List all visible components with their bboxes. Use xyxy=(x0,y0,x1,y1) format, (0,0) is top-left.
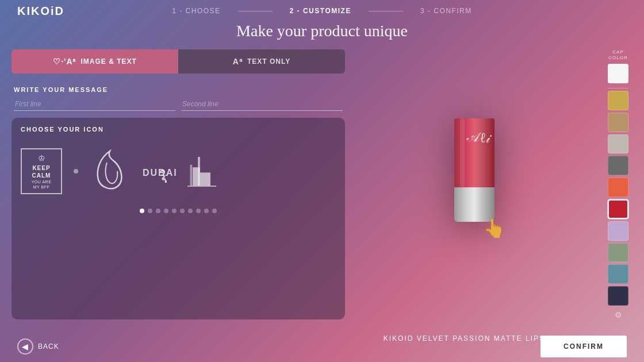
inputs-row xyxy=(14,98,343,111)
carousel-dots xyxy=(21,209,336,213)
header: KIKOiD 1 - CHOOSE 2 - CUSTOMIZE 3 - CONF… xyxy=(0,0,644,22)
main-title: Make your product unique xyxy=(0,22,644,40)
dot-4[interactable] xyxy=(164,209,168,213)
step-divider-1 xyxy=(238,11,273,11)
step-divider-2 xyxy=(369,11,403,11)
icon-section: CHOOSE YOUR ICON ♔ KEEPCALM YOU AREMY BF… xyxy=(12,118,345,319)
cap-color-label: CAPCOLOR xyxy=(608,49,627,60)
icon-grid: ♔ KEEPCALM YOU AREMY BFF xyxy=(21,140,336,203)
icon-section-label: CHOOSE YOUR ICON xyxy=(21,126,336,133)
content-area: ♡·'Aᵃ IMAGE & TEXT Aᵃ TEXT ONLY WRITE YO… xyxy=(0,49,644,319)
icon-arabic-1[interactable] xyxy=(90,145,130,197)
dot-5[interactable] xyxy=(172,209,177,213)
swatch-divider-1 xyxy=(608,88,628,88)
left-panel: ♡·'Aᵃ IMAGE & TEXT Aᵃ TEXT ONLY WRITE YO… xyxy=(12,49,345,319)
swatch-red[interactable] xyxy=(608,199,628,219)
keep-calm-sub: YOU AREMY BFF xyxy=(26,179,56,190)
step-customize[interactable]: 2 - CUSTOMIZE xyxy=(290,7,351,15)
middle-panel: 𝒜ℓ𝒾 👆 KIKOiD VELVET PASSION MATTE LIPSTI… xyxy=(356,49,592,319)
dot-8[interactable] xyxy=(196,209,201,213)
swatch-dark-navy[interactable] xyxy=(608,286,628,306)
dot-2[interactable] xyxy=(148,209,152,213)
text-icon: Aᵃ xyxy=(233,57,243,66)
icon-dubai-text[interactable]: ﺩﺑﻲ DUBAI xyxy=(141,160,176,183)
lipstick-cap: 𝒜ℓ𝒾 xyxy=(454,118,494,187)
settings-icon[interactable]: ⚙ xyxy=(615,310,622,319)
swatch-dark-gray[interactable] xyxy=(608,156,628,175)
tab-text-only[interactable]: Aᵃ TEXT ONLY xyxy=(178,49,345,74)
arabic-script-svg-1 xyxy=(90,145,130,197)
dot-1[interactable] xyxy=(140,209,144,213)
swatch-coral[interactable] xyxy=(608,178,628,197)
swatch-tan[interactable] xyxy=(608,113,628,132)
dot-9[interactable] xyxy=(204,209,209,213)
message-section: WRITE YOUR MESSAGE xyxy=(12,80,345,111)
lipstick-body xyxy=(454,187,494,222)
dot-3[interactable] xyxy=(156,209,160,213)
swatch-white[interactable] xyxy=(608,64,628,83)
swatch-light-gray[interactable] xyxy=(608,134,628,154)
first-line-input[interactable] xyxy=(14,98,175,111)
confirm-button[interactable]: CONFIRM xyxy=(540,336,627,357)
swatch-sage[interactable] xyxy=(608,243,628,263)
dot-7[interactable] xyxy=(188,209,193,213)
product-lipstick: 𝒜ℓ𝒾 xyxy=(454,118,494,233)
svg-rect-5 xyxy=(190,165,193,186)
dot-10[interactable] xyxy=(212,209,217,213)
icon-dot xyxy=(74,169,78,174)
icon-building[interactable] xyxy=(187,154,216,188)
heart-icon: ♡·'Aᵃ xyxy=(53,57,76,66)
tab-bar: ♡·'Aᵃ IMAGE & TEXT Aᵃ TEXT ONLY xyxy=(12,49,345,74)
tab-image-text[interactable]: ♡·'Aᵃ IMAGE & TEXT xyxy=(12,49,178,74)
svg-rect-6 xyxy=(187,186,216,187)
svg-text:DUBAI: DUBAI xyxy=(143,168,176,178)
product-container: 𝒜ℓ𝒾 👆 xyxy=(454,118,494,233)
message-label: WRITE YOUR MESSAGE xyxy=(14,86,343,93)
back-label: BACK xyxy=(38,342,59,351)
back-button[interactable]: ◀ BACK xyxy=(17,338,59,355)
tab-text-only-label: TEXT ONLY xyxy=(247,57,290,66)
svg-rect-4 xyxy=(200,172,210,186)
step-confirm[interactable]: 3 - CONFIRM xyxy=(420,7,472,15)
step-choose[interactable]: 1 - CHOOSE xyxy=(172,7,220,15)
dubai-text-svg: ﺩﺑﻲ DUBAI xyxy=(141,160,176,183)
swatch-teal[interactable] xyxy=(608,264,628,284)
building-svg xyxy=(187,154,216,188)
keep-calm-title: KEEPCALM xyxy=(26,164,56,179)
swatch-lavender[interactable] xyxy=(608,221,628,241)
bottom-bar: ◀ BACK CONFIRM xyxy=(0,330,644,362)
svg-rect-3 xyxy=(193,167,200,186)
rotate-hint-icon: 👆 xyxy=(483,217,506,239)
logo: KIKOiD xyxy=(17,5,64,18)
steps-nav: 1 - CHOOSE 2 - CUSTOMIZE 3 - CONFIRM xyxy=(172,7,472,15)
dot-6[interactable] xyxy=(180,209,185,213)
back-arrow-icon: ◀ xyxy=(17,338,33,355)
crown-symbol: ♔ xyxy=(26,153,56,163)
lipstick-engraving: 𝒜ℓ𝒾 xyxy=(466,129,490,146)
tab-image-text-label: IMAGE & TEXT xyxy=(81,57,137,66)
swatch-gold[interactable] xyxy=(608,91,628,110)
icon-keep-calm[interactable]: ♔ KEEPCALM YOU AREMY BFF xyxy=(21,148,62,194)
second-line-input[interactable] xyxy=(181,98,343,111)
color-panel: CAPCOLOR ⚙ xyxy=(604,49,632,319)
